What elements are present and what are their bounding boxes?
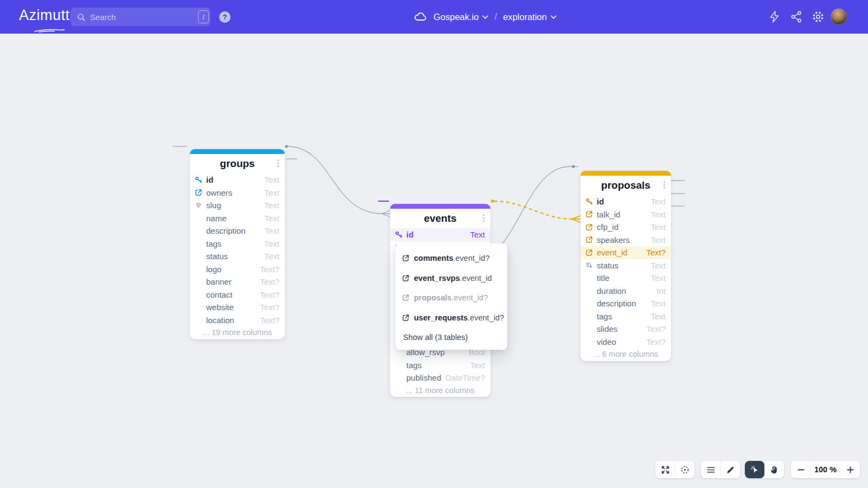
column-row[interactable]: id Text: [190, 174, 285, 187]
search-bar[interactable]: /: [71, 8, 210, 26]
column-row[interactable]: location Text?: [190, 314, 285, 327]
bolt-icon[interactable]: [768, 10, 781, 23]
list-menu-button[interactable]: [701, 461, 720, 478]
top-navbar: Azimutt / ? Gospeak.io / exploration: [0, 0, 868, 34]
slash-shortcut-key: /: [198, 10, 209, 23]
column-row[interactable]: published DateTime?: [390, 371, 490, 384]
relation-line-groups-events[interactable]: [288, 146, 382, 214]
external-link-icon: [402, 254, 410, 262]
column-row[interactable]: status Text: [580, 259, 671, 272]
popup-relation-item[interactable]: event_rsvps.event_id: [395, 268, 507, 288]
column-row[interactable]: website Text?: [190, 301, 285, 314]
table-title-proposals[interactable]: proposals: [601, 179, 650, 191]
external-link-icon: [195, 189, 206, 196]
table-card-proposals[interactable]: proposals id Text talk_id Text: [580, 171, 671, 361]
breadcrumb-separator: /: [494, 11, 497, 22]
relation-dot-events-id: [491, 200, 494, 203]
index-icon: [585, 261, 597, 269]
center-view-button[interactable]: [675, 461, 694, 478]
share-icon[interactable]: [790, 10, 803, 23]
incoming-relations-popup: comments.event_id? event_rsvps.event_id …: [395, 243, 507, 350]
popup-relation-item[interactable]: comments.event_id?: [395, 248, 507, 268]
app-logo[interactable]: Azimutt: [19, 7, 70, 24]
more-columns-footer[interactable]: ... 11 more columns: [390, 384, 490, 397]
edit-tools-group: [701, 461, 740, 478]
project-selector[interactable]: exploration: [503, 12, 557, 22]
crowfoot-events-group-id: [382, 210, 390, 217]
cloud-icon: [413, 10, 427, 24]
pan-hand-button[interactable]: [764, 461, 784, 478]
kebab-menu-icon[interactable]: [276, 158, 280, 168]
column-row[interactable]: id Text: [390, 228, 490, 241]
table-title-events[interactable]: events: [424, 213, 456, 224]
help-button[interactable]: ?: [219, 11, 231, 23]
diagram-canvas[interactable]: groups id Text owners Text sl: [0, 34, 868, 488]
column-row[interactable]: slides Text?: [580, 323, 671, 336]
column-row[interactable]: status Text: [190, 250, 285, 263]
relation-dot-groups-id: [285, 145, 288, 147]
external-link-icon: [402, 294, 410, 301]
logo-underline: [34, 25, 65, 35]
org-selector[interactable]: Gospeak.io: [433, 12, 488, 22]
zoom-out-button[interactable]: [791, 461, 810, 478]
column-row[interactable]: cfp_id Text: [580, 221, 671, 234]
column-row[interactable]: duration Int: [580, 285, 671, 298]
column-row[interactable]: video Text?: [580, 336, 671, 349]
column-row[interactable]: tags Text: [390, 359, 490, 372]
key-icon: [585, 198, 597, 206]
external-link-icon: [585, 210, 597, 218]
more-columns-footer[interactable]: ... 19 more columns: [190, 326, 285, 339]
popup-relation-item[interactable]: user_requests.event_id?: [395, 308, 507, 328]
relation-dot-proposals-id: [572, 165, 575, 168]
column-row[interactable]: talk_id Text: [580, 208, 671, 221]
kebab-menu-icon[interactable]: [482, 213, 486, 223]
chevron-down-icon: [551, 15, 557, 19]
relation-line-events-proposals-id[interactable]: [491, 166, 578, 255]
fit-to-screen-button[interactable]: [655, 461, 675, 478]
chevron-down-icon: [482, 15, 488, 19]
more-columns-footer[interactable]: ... 6 more columns: [580, 348, 671, 361]
zoom-controls-group: 100 %: [791, 461, 860, 478]
relation-line-events-id-proposals-event-id[interactable]: [494, 201, 572, 219]
zoom-level[interactable]: 100 %: [810, 461, 840, 478]
column-row[interactable]: description Text: [580, 297, 671, 310]
table-color-bar[interactable]: [580, 171, 671, 176]
column-row[interactable]: banner Text?: [190, 275, 285, 288]
table-title-groups[interactable]: groups: [220, 158, 254, 170]
view-controls-group: [655, 461, 694, 478]
column-row[interactable]: tags Text: [190, 237, 285, 251]
column-row[interactable]: name Text: [190, 212, 285, 225]
column-row[interactable]: title Text: [580, 272, 671, 285]
key-icon: [395, 231, 406, 239]
external-link-icon: [585, 236, 597, 243]
pointer-tools-group: [745, 461, 784, 478]
popup-show-all[interactable]: Show all (3 tables): [395, 328, 507, 346]
external-link-icon: [585, 223, 597, 231]
gear-icon[interactable]: [812, 10, 825, 23]
external-link-icon: [585, 249, 597, 256]
column-row[interactable]: id Text: [580, 195, 671, 208]
pencil-button[interactable]: [720, 461, 740, 478]
kebab-menu-icon[interactable]: [662, 180, 666, 190]
column-row[interactable]: logo Text?: [190, 263, 285, 276]
user-avatar[interactable]: [831, 9, 847, 25]
table-color-bar[interactable]: [190, 149, 285, 154]
column-row[interactable]: speakers Text: [580, 234, 671, 247]
breadcrumb: Gospeak.io / exploration: [413, 0, 557, 34]
search-input[interactable]: [90, 12, 198, 22]
column-row[interactable]: event_id Text?: [580, 246, 671, 259]
column-row[interactable]: tags Text: [580, 310, 671, 323]
column-row[interactable]: contact Text?: [190, 288, 285, 301]
table-card-groups[interactable]: groups id Text owners Text sl: [190, 149, 285, 339]
column-row[interactable]: description Text: [190, 224, 285, 237]
key-icon: [195, 176, 206, 184]
popup-relation-item[interactable]: proposals.event_id?: [395, 288, 507, 308]
zoom-in-button[interactable]: [840, 461, 860, 478]
search-icon: [76, 12, 86, 22]
column-row[interactable]: owners Text: [190, 187, 285, 200]
table-color-bar[interactable]: [390, 204, 490, 209]
external-link-icon: [402, 274, 410, 282]
external-link-icon: [402, 314, 410, 322]
column-row[interactable]: slug Text: [190, 199, 285, 212]
select-cursor-button[interactable]: [745, 461, 764, 478]
